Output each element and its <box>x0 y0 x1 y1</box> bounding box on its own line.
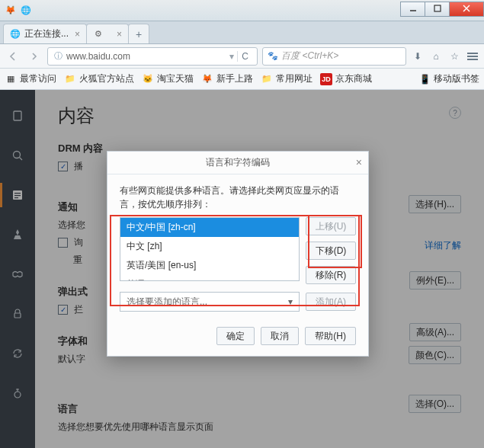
remove-button[interactable]: 移除(R) <box>306 266 356 284</box>
forward-button[interactable] <box>26 48 43 65</box>
tab-settings[interactable]: ⚙ × <box>86 24 129 43</box>
globe-icon: 🌐 <box>20 5 32 17</box>
modal-footer: 确定 取消 帮助(H) <box>120 327 356 345</box>
mobile-icon: 📱 <box>419 74 431 85</box>
modal-body: 有些网页能提供多种语言。请选择此类网页应显示的语言，按优先顺序排列： 中文/中国… <box>107 174 368 356</box>
reload-button[interactable]: C <box>237 51 252 62</box>
bookmarks-toolbar: ▦最常访问 📁火狐官方站点 🐱淘宝天猫 🦊新手上路 📁常用网址 JD京东商城 📱… <box>0 69 484 90</box>
firefox-icon: 🦊 <box>5 5 17 17</box>
minimize-button[interactable] <box>400 2 425 17</box>
language-item[interactable]: 英语 [en] <box>120 275 299 281</box>
grid-icon: ▦ <box>5 73 17 85</box>
modal-titlebar: 语言和字符编码 × <box>107 152 368 174</box>
new-tab-button[interactable]: + <box>128 24 149 43</box>
folder-icon: 📁 <box>261 73 273 85</box>
bookmark-taobao[interactable]: 🐱淘宝天猫 <box>142 72 194 85</box>
bookmark-label: 新手上路 <box>216 72 253 85</box>
modal-description: 有些网页能提供多种语言。请选择此类网页应显示的语言，按优先顺序排列： <box>120 184 356 211</box>
back-button[interactable] <box>5 48 21 65</box>
tab-strip: 🌐 正在连接... × ⚙ × + <box>0 21 484 44</box>
move-up-button[interactable]: 上移(U) <box>306 217 356 235</box>
window-titlebar: 🦊 🌐 <box>0 0 484 21</box>
modal-title-text: 语言和字符编码 <box>206 156 270 169</box>
language-add-dropdown[interactable]: 选择要添加的语言... ▾ <box>120 292 300 312</box>
language-modal: 语言和字符编码 × 有些网页能提供多种语言。请选择此类网页应显示的语言，按优先顺… <box>107 151 369 357</box>
chevron-down-icon: ▾ <box>288 296 293 307</box>
nav-toolbar: ⓘ www.baidu.com ▾ C 🐾 百度 <Ctrl+K> ⬇ ⌂ ☆ <box>0 44 484 69</box>
url-text: www.baidu.com <box>66 51 226 62</box>
jd-icon: JD <box>320 73 332 85</box>
language-item[interactable]: 中文/中国 [zh-cn] <box>120 218 299 237</box>
bookmark-label: 常用网址 <box>276 72 313 85</box>
tab-label: 正在连接... <box>24 27 69 40</box>
add-button[interactable]: 添加(A) <box>306 293 356 311</box>
dropdown-icon[interactable]: ▾ <box>229 51 234 62</box>
titlebar-icons: 🦊 🌐 <box>0 5 400 17</box>
bookmark-label: 移动版书签 <box>434 72 479 85</box>
svg-rect-1 <box>434 5 441 11</box>
maximize-button[interactable] <box>425 2 449 17</box>
plus-icon: + <box>136 28 142 40</box>
menu-button[interactable] <box>466 50 479 63</box>
modal-close-button[interactable]: × <box>356 156 362 168</box>
close-button[interactable] <box>449 2 484 17</box>
move-down-button[interactable]: 下移(D) <box>306 242 356 260</box>
bookmark-folder-ff[interactable]: 📁火狐官方站点 <box>64 72 134 85</box>
firefox-icon: 🦊 <box>201 73 213 85</box>
bookmark-newuser[interactable]: 🦊新手上路 <box>201 72 253 85</box>
tab-close-icon[interactable]: × <box>117 29 122 40</box>
search-placeholder: 百度 <Ctrl+K> <box>281 50 401 62</box>
bookmark-label: 最常访问 <box>20 72 56 85</box>
bookmark-mostvisited[interactable]: ▦最常访问 <box>5 72 56 85</box>
mobile-bookmarks[interactable]: 📱移动版书签 <box>419 72 479 85</box>
bookmark-label: 淘宝天猫 <box>157 72 194 85</box>
tab-close-icon[interactable]: × <box>75 29 80 40</box>
baidu-icon: 🐾 <box>268 51 278 62</box>
nav-right-icons: ⬇ ⌂ ☆ <box>411 50 479 63</box>
bookmarks-icon[interactable]: ☆ <box>447 50 461 63</box>
gear-icon: ⚙ <box>93 29 104 40</box>
search-bar[interactable]: 🐾 百度 <Ctrl+K> <box>262 47 406 66</box>
globe-icon: ⓘ <box>53 51 63 62</box>
bookmark-label: 京东商城 <box>335 72 372 85</box>
bookmark-folder-common[interactable]: 📁常用网址 <box>261 72 313 85</box>
url-bar[interactable]: ⓘ www.baidu.com ▾ C <box>47 47 258 66</box>
dropdown-placeholder: 选择要添加的语言... <box>127 296 207 309</box>
help-button[interactable]: 帮助(H) <box>305 327 356 345</box>
cat-icon: 🐱 <box>142 73 154 85</box>
bookmark-jd[interactable]: JD京东商城 <box>320 72 372 85</box>
language-item[interactable]: 英语/美国 [en-us] <box>120 256 299 275</box>
home-icon[interactable]: ⌂ <box>429 50 443 63</box>
globe-icon: 🌐 <box>10 29 21 40</box>
downloads-icon[interactable]: ⬇ <box>411 50 425 63</box>
cancel-button[interactable]: 取消 <box>261 327 299 345</box>
folder-icon: 📁 <box>64 73 76 85</box>
language-selection-area: 中文/中国 [zh-cn] 中文 [zh] 英语/美国 [en-us] 英语 [… <box>120 217 356 284</box>
language-listbox[interactable]: 中文/中国 [zh-cn] 中文 [zh] 英语/美国 [en-us] 英语 [… <box>120 217 300 281</box>
ok-button[interactable]: 确定 <box>216 327 255 345</box>
language-order-buttons: 上移(U) 下移(D) 移除(R) <box>306 217 356 284</box>
tab-loading[interactable]: 🌐 正在连接... × <box>3 24 87 43</box>
language-add-row: 选择要添加的语言... ▾ 添加(A) <box>120 292 356 312</box>
language-item[interactable]: 中文 [zh] <box>120 237 299 256</box>
bookmark-label: 火狐官方站点 <box>79 72 134 85</box>
window-controls <box>400 5 484 17</box>
